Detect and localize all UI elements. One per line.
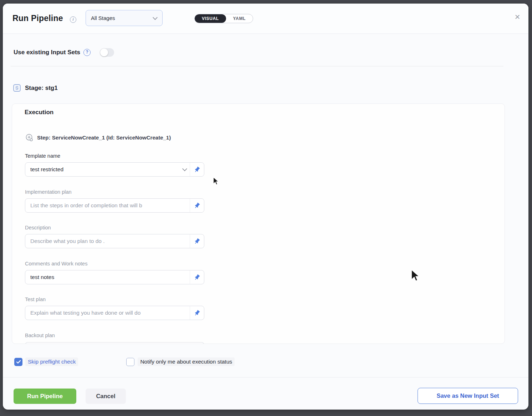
field-label: Implementation plan bbox=[25, 189, 204, 195]
skip-preflight-checkbox[interactable] bbox=[14, 358, 22, 366]
chevron-down-icon bbox=[153, 15, 158, 20]
pin-icon bbox=[192, 273, 202, 282]
divider bbox=[3, 377, 528, 377]
skip-preflight-label[interactable]: Skip preflight check bbox=[25, 357, 78, 366]
field-label: Template name bbox=[25, 153, 204, 159]
pin-button[interactable] bbox=[190, 199, 204, 212]
visual-yaml-toggle: VISUAL YAML bbox=[194, 14, 253, 23]
chevron-down-icon bbox=[182, 166, 187, 171]
options-row: Skip preflight check Notify only me abou… bbox=[14, 357, 235, 366]
stage-label: Stage: stg1 bbox=[25, 85, 58, 92]
help-icon[interactable]: ? bbox=[83, 49, 91, 56]
pin-icon bbox=[192, 237, 202, 246]
field-label: Comments and Work notes bbox=[25, 261, 204, 267]
field-label: Description bbox=[25, 225, 204, 230]
input-sets-label: Use existing Input Sets bbox=[14, 49, 80, 56]
notify-me-checkbox[interactable] bbox=[126, 358, 134, 366]
custom-stage-icon bbox=[12, 83, 21, 92]
input-sets-toggle[interactable] bbox=[100, 48, 114, 57]
check-icon bbox=[16, 359, 21, 364]
info-icon[interactable]: i bbox=[70, 16, 76, 23]
execution-card: Execution Step: ServiceNowCreate_1 (Id: … bbox=[12, 103, 505, 344]
pin-button[interactable] bbox=[190, 163, 204, 176]
comments-input[interactable] bbox=[25, 274, 190, 280]
pin-button[interactable] bbox=[190, 270, 204, 284]
description-input[interactable] bbox=[25, 238, 190, 244]
field-backout-plan: Backout plan bbox=[25, 333, 204, 342]
template-name-select[interactable]: test restricted bbox=[25, 162, 204, 177]
step-label: Step: ServiceNowCreate_1 (Id: ServiceNow… bbox=[37, 135, 171, 141]
stage-filter-value: All Stages bbox=[91, 15, 153, 21]
field-comments: Comments and Work notes bbox=[25, 261, 204, 284]
save-as-new-input-set-button[interactable]: Save as New Input Set bbox=[418, 388, 518, 404]
toggle-knob bbox=[100, 49, 108, 56]
tab-yaml[interactable]: YAML bbox=[226, 14, 253, 23]
pin-icon bbox=[192, 165, 202, 174]
tab-visual[interactable]: VISUAL bbox=[195, 14, 226, 23]
implementation-plan-input[interactable] bbox=[25, 202, 190, 209]
test-plan-input[interactable] bbox=[25, 310, 190, 316]
pin-button[interactable] bbox=[190, 234, 204, 248]
field-label: Backout plan bbox=[25, 333, 204, 338]
test-plan-box bbox=[25, 306, 204, 320]
implementation-plan-box bbox=[25, 198, 204, 213]
field-label: Test plan bbox=[25, 296, 204, 302]
run-pipeline-button[interactable]: Run Pipeline bbox=[14, 389, 76, 404]
description-box bbox=[25, 234, 204, 248]
close-icon[interactable]: × bbox=[512, 11, 523, 22]
screen-frame: Run Pipeline i All Stages VISUAL YAML × … bbox=[0, 0, 532, 416]
backout-plan-box[interactable] bbox=[25, 342, 204, 344]
step-row: Step: ServiceNowCreate_1 (Id: ServiceNow… bbox=[25, 133, 171, 142]
modal-header: Run Pipeline i All Stages VISUAL YAML × bbox=[3, 4, 528, 34]
notify-me-label[interactable]: Notify only me about execution status bbox=[138, 357, 235, 366]
execution-title: Execution bbox=[25, 109, 53, 116]
stage-filter-dropdown[interactable]: All Stages bbox=[86, 10, 163, 26]
pin-button[interactable] bbox=[190, 306, 204, 320]
comments-box bbox=[25, 270, 204, 284]
field-implementation-plan: Implementation plan bbox=[25, 189, 204, 213]
pin-icon bbox=[192, 308, 202, 318]
page-title: Run Pipeline bbox=[12, 14, 63, 23]
step-icon bbox=[25, 133, 34, 142]
run-pipeline-modal: Run Pipeline i All Stages VISUAL YAML × … bbox=[3, 4, 528, 410]
field-test-plan: Test plan bbox=[25, 296, 204, 320]
field-description: Description bbox=[25, 225, 204, 248]
cancel-button[interactable]: Cancel bbox=[86, 389, 126, 404]
field-template-name: Template name test restricted bbox=[25, 153, 204, 177]
pin-icon bbox=[192, 201, 202, 210]
divider bbox=[11, 66, 503, 66]
stage-row: Stage: stg1 bbox=[12, 83, 58, 92]
template-name-value: test restricted bbox=[25, 166, 183, 173]
input-sets-row: Use existing Input Sets ? bbox=[14, 48, 114, 57]
